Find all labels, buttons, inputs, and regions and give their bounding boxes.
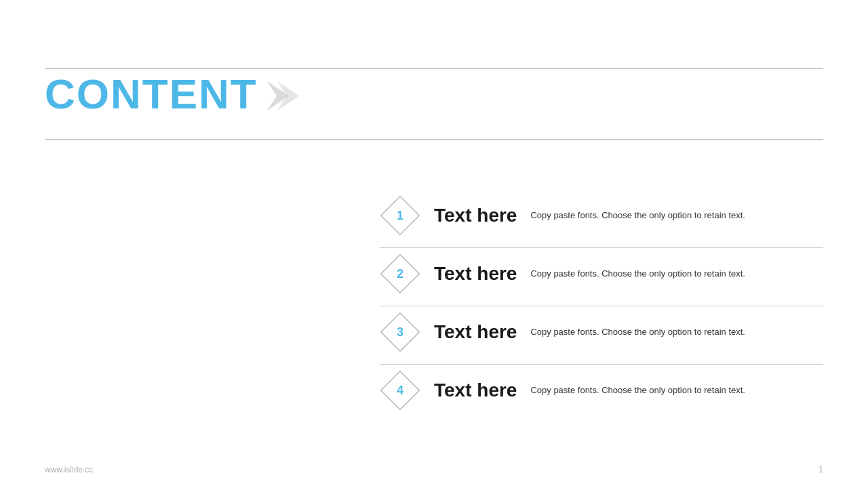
item-4-title: Text here [434,380,517,401]
item-2-description: Copy paste fonts. Choose the only option… [530,267,745,281]
svg-text:1: 1 [397,209,403,222]
item-2-title: Text here [434,263,517,285]
diamond-1-icon: 1 [380,195,420,236]
arrow-right-icon [263,77,300,115]
page-title: CONTENT [45,73,258,115]
item-1-title: Text here [434,205,517,226]
header-bottom-line [45,139,823,140]
item-1-description: Copy paste fonts. Choose the only option… [530,209,745,222]
diamond-4-icon: 4 [380,370,420,411]
diamond-3-icon: 3 [380,312,420,352]
footer-page-number: 1 [818,465,823,474]
svg-text:3: 3 [397,325,403,339]
items-section: 1 Text here Copy paste fonts. Choose the… [380,190,823,423]
item-3-description: Copy paste fonts. Choose the only option… [530,325,745,339]
svg-text:2: 2 [397,267,403,281]
top-divider-line [45,68,823,69]
svg-marker-0 [267,81,289,111]
svg-text:4: 4 [397,384,403,397]
item-1-text-group: Text here Copy paste fonts. Choose the o… [434,205,823,226]
header-section: CONTENT [45,73,300,115]
item-3-text-group: Text here Copy paste fonts. Choose the o… [434,321,823,343]
list-item: 4 Text here Copy paste fonts. Choose the… [380,365,823,423]
diamond-2-icon: 2 [380,253,420,294]
list-item: 2 Text here Copy paste fonts. Choose the… [380,248,823,306]
footer-website: www.islide.cc [45,465,93,474]
list-item: 1 Text here Copy paste fonts. Choose the… [380,190,823,248]
item-4-description: Copy paste fonts. Choose the only option… [530,384,745,397]
list-item: 3 Text here Copy paste fonts. Choose the… [380,306,823,365]
item-4-text-group: Text here Copy paste fonts. Choose the o… [434,380,823,401]
item-3-title: Text here [434,321,517,343]
slide-container: CONTENT 1 Text here Copy paste fonts. Ch… [0,0,868,488]
item-2-text-group: Text here Copy paste fonts. Choose the o… [434,263,823,285]
